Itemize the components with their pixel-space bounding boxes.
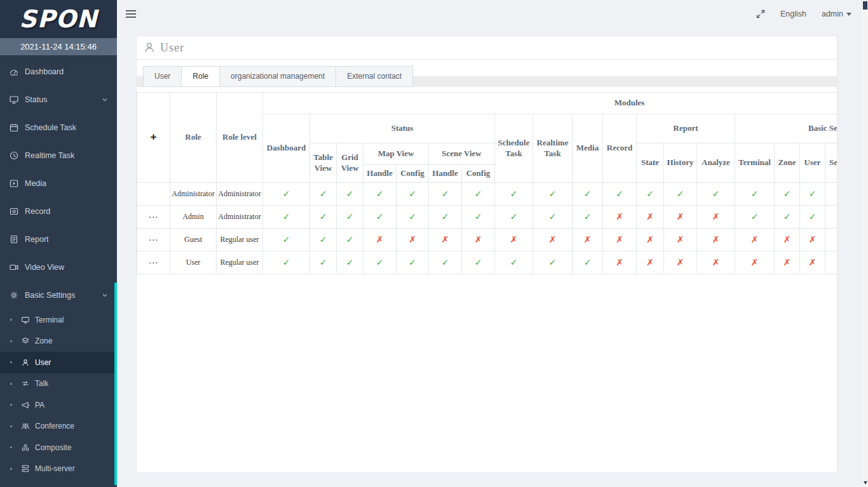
permission-cell: ✓ <box>263 251 310 274</box>
sidebar-subitem-label: Conference <box>35 422 74 430</box>
content: User User Role organizational management… <box>117 28 868 487</box>
scrollbar-down-arrow[interactable] <box>862 480 868 486</box>
permission-cell: ✓ <box>573 251 603 274</box>
status-icon <box>9 95 19 105</box>
sidebar-item-label: Record <box>25 207 50 216</box>
user-menu[interactable]: admin <box>822 10 851 18</box>
permission-cell: ✓ <box>735 206 775 229</box>
sidebar-subitem-talk[interactable]: Talk <box>0 373 117 395</box>
permission-cell: ✓ <box>310 206 337 229</box>
permission-cell: ✓ <box>363 206 397 229</box>
add-role-button[interactable]: + <box>151 131 157 143</box>
permission-cell: ✓ <box>800 206 825 229</box>
sidebar-item-label: Basic Settings <box>25 291 75 300</box>
check-icon: ✓ <box>809 189 817 199</box>
check-icon: ✓ <box>475 211 482 222</box>
row-actions-cell: ⋯ <box>137 251 170 274</box>
role-level-cell: Regular user <box>217 229 263 251</box>
sidebar-subitem-label: Composite <box>35 443 71 452</box>
bullet-dot <box>10 340 12 342</box>
table-row: ⋯AdminAdministrator✓✓✓✓✓✓✓✓✓✓✗✗✗✗✓✓✓✓ <box>137 206 837 229</box>
role-permissions-table-wrap: + Role Role level Modules Dashboard Stat… <box>137 92 837 274</box>
permission-cell: ✓ <box>337 251 363 274</box>
tab-external-contact[interactable]: External contact <box>336 66 413 87</box>
permission-cell: ✓ <box>263 206 310 229</box>
sidebar-item-report[interactable]: Report <box>0 225 117 253</box>
check-icon: ✓ <box>283 189 290 199</box>
permission-cell: ✓ <box>533 183 573 206</box>
page-title: User <box>160 41 184 55</box>
sidebar-item-media[interactable]: Media <box>0 170 117 197</box>
logo: SPON <box>0 0 117 38</box>
check-icon: ✓ <box>376 257 384 267</box>
check-icon: ✓ <box>510 211 518 222</box>
col-header-scene-handle: Handle <box>429 165 462 183</box>
permission-cell: ✗ <box>825 251 837 274</box>
permission-cell: ✓ <box>573 183 603 206</box>
row-more-button[interactable]: ⋯ <box>149 234 159 246</box>
tab-organizational-management[interactable]: organizational management <box>219 66 336 87</box>
permission-cell: ✓ <box>310 183 337 206</box>
sidebar-item-realtime-task[interactable]: Realtime Task <box>0 142 117 170</box>
role-level-cell: Regular user <box>217 251 263 274</box>
tab-role[interactable]: Role <box>181 66 220 87</box>
table-header: + Role Role level Modules Dashboard Stat… <box>137 93 837 183</box>
sidebar-item-schedule-task[interactable]: Schedule Task <box>0 114 117 142</box>
role-name-cell: Administrator <box>170 183 217 206</box>
check-icon: ✓ <box>712 189 720 199</box>
check-icon: ✓ <box>549 211 557 222</box>
permission-cell: ✓ <box>397 183 429 206</box>
tabs: User Role organizational management Exte… <box>137 66 837 87</box>
check-icon: ✓ <box>346 189 354 199</box>
sidebar-item-basic-settings[interactable]: Basic Settings <box>0 281 117 309</box>
sidebar-subitem-conference[interactable]: Conference <box>0 416 117 437</box>
row-more-button[interactable]: ⋯ <box>149 211 159 223</box>
bullet-dot <box>10 361 12 363</box>
talk-icon <box>21 379 30 388</box>
col-header-zone: Zone <box>775 143 800 183</box>
check-icon: ✓ <box>475 189 482 199</box>
cross-icon: ✗ <box>751 234 759 244</box>
sidebar-subitem-pa[interactable]: PA <box>0 394 117 416</box>
tab-user[interactable]: User <box>143 66 182 87</box>
sidebar-item-record[interactable]: Record <box>0 197 117 225</box>
sidebar-subitem-zone[interactable]: Zone <box>0 331 117 352</box>
sidebar-item-video-view[interactable]: Video View <box>0 253 117 281</box>
permission-cell: ✗ <box>637 229 664 251</box>
cross-icon: ✗ <box>584 234 592 244</box>
col-header-media: Media <box>573 114 603 183</box>
sidebar-subitem-multi-server[interactable]: Multi-server <box>0 458 117 480</box>
cross-icon: ✗ <box>616 211 623 222</box>
permission-cell: ✓ <box>429 183 462 206</box>
sidebar-subitem-terminal[interactable]: Terminal <box>0 309 117 331</box>
role-name-cell: User <box>170 251 217 274</box>
permission-cell: ✗ <box>697 251 735 274</box>
sidebar-item-dashboard[interactable]: Dashboard <box>0 58 117 86</box>
row-more-button[interactable]: ⋯ <box>149 257 159 269</box>
sidebar-item-status[interactable]: Status <box>0 86 117 114</box>
vertical-scrollbar[interactable] <box>862 0 868 487</box>
sidebar-subitem-composite[interactable]: Composite <box>0 437 117 458</box>
language-selector[interactable]: English <box>780 10 806 18</box>
permission-cell: ✗ <box>462 229 495 251</box>
col-header-scene-view: Scene View <box>429 143 495 165</box>
fullscreen-button[interactable] <box>756 10 765 18</box>
cross-icon: ✗ <box>712 211 720 222</box>
sidebar-item-label: Media <box>25 179 46 188</box>
permission-cell: ✓ <box>397 206 429 229</box>
cross-icon: ✗ <box>475 234 482 244</box>
col-header-map-config: Config <box>397 165 429 183</box>
col-header-grid-view: Grid View <box>337 143 363 183</box>
permission-cell: ✗ <box>775 251 800 274</box>
check-icon: ✓ <box>409 257 416 267</box>
sidebar-subitem-user[interactable]: User <box>0 352 117 373</box>
hamburger-menu-icon[interactable] <box>125 8 137 20</box>
role-permissions-table: + Role Role level Modules Dashboard Stat… <box>137 92 837 274</box>
row-actions-cell <box>137 183 170 206</box>
permission-cell: ✓ <box>495 183 533 206</box>
col-header-status: Status <box>310 114 495 143</box>
scrollbar-thumb[interactable] <box>863 1 867 10</box>
permission-cell: ✓ <box>533 251 573 274</box>
check-icon: ✓ <box>510 189 518 199</box>
check-icon: ✓ <box>549 257 557 267</box>
